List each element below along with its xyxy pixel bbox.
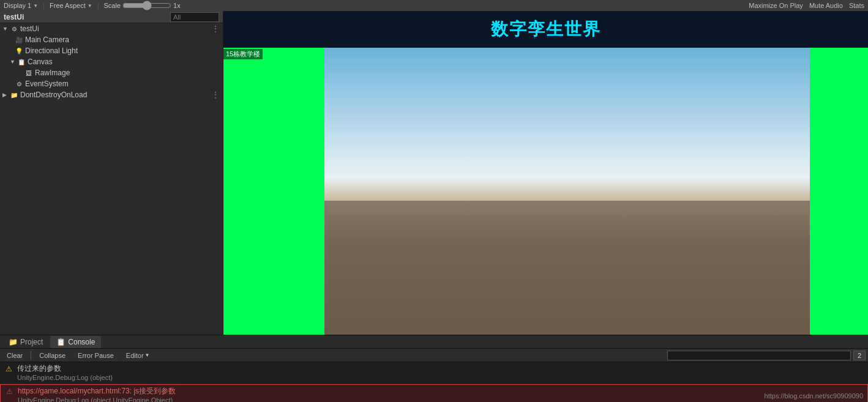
console-tab-icon: 📋 — [56, 338, 65, 346]
main-camera-icon: 🎥 — [15, 35, 23, 44]
log-content-2: https://game.local/mychart.html:73: js接受… — [18, 386, 864, 402]
hierarchy-item-rawimage[interactable]: 🖼 RawImage — [0, 67, 223, 78]
testui-menu-button[interactable]: ⋮ — [212, 24, 223, 33]
log-error-icon-2: ⚠ — [4, 387, 14, 396]
rawimage-icon: 🖼 — [24, 69, 33, 77]
hierarchy-item-eventsystem[interactable]: ⚙ EventSystem — [0, 78, 223, 89]
display-dropdown[interactable]: Display 1 ▼ — [4, 2, 38, 9]
hierarchy-header: testUi — [0, 11, 223, 23]
green-left-panel — [223, 11, 324, 335]
canvas-icon: 📋 — [17, 58, 26, 66]
eventsystem-icon: ⚙ — [15, 80, 23, 88]
dontdestroyonload-label: DontDestroyOnLoad — [20, 91, 87, 99]
tab-console[interactable]: 📋 Console — [50, 336, 101, 348]
toolbar-separator-1 — [31, 351, 31, 360]
game-scene: 数字孪生世界 15栋教学楼 — [223, 11, 868, 335]
console-logs: ⚠ 传过来的参数 UnityEngine.Debug:Log (object) … — [0, 362, 868, 402]
dontdestroyonload-arrow-icon: ▶ — [2, 92, 10, 98]
building-label: 15栋教学楼 — [223, 49, 263, 59]
game-view-controls: Maximize On Play Mute Audio Stats — [749, 2, 864, 9]
log-main-1: 传过来的参数 — [17, 363, 864, 373]
eventsystem-label: EventSystem — [25, 80, 69, 88]
log-content-1: 传过来的参数 UnityEngine.Debug:Log (object) — [17, 363, 864, 382]
tab-project[interactable]: 📁 Project — [2, 336, 49, 348]
directional-light-label: Directional Light — [25, 47, 78, 55]
main-camera-label: Main Camera — [25, 35, 69, 44]
project-tab-label: Project — [20, 338, 43, 346]
blog-url: https://blog.csdn.net/sc90909090 — [765, 392, 863, 400]
log-main-2: https://game.local/mychart.html:73: js接受… — [18, 386, 864, 396]
ground-area — [324, 201, 810, 335]
canvas-label: Canvas — [28, 58, 53, 66]
directional-light-icon: 💡 — [15, 47, 23, 55]
console-tab-label: Console — [68, 338, 95, 346]
editor-dropdown-arrow: ▼ — [145, 352, 150, 358]
display-arrow-icon: ▼ — [33, 3, 38, 9]
hierarchy-search-area — [170, 12, 219, 22]
main-layout: testUi ▼ ⚙ testUi ⋮ 🎥 Main Camera 💡 Dire… — [0, 11, 868, 335]
canvas-arrow-icon: ▼ — [10, 59, 17, 65]
log-sub-2: UnityEngine.Debug:Log (object,UnityEngin… — [18, 396, 864, 402]
stats-button[interactable]: Stats — [849, 2, 864, 9]
hierarchy-item-main-camera[interactable]: 🎥 Main Camera — [0, 34, 223, 45]
mute-audio-button[interactable]: Mute Audio — [809, 2, 843, 9]
sky-area — [324, 48, 810, 201]
rawimage-label: RawImage — [35, 69, 70, 77]
log-sub-1: UnityEngine.Debug:Log (object) — [17, 373, 864, 382]
bottom-area: 📁 Project 📋 Console Clear Collapse Error… — [0, 335, 868, 402]
log-warning-icon-1: ⚠ — [4, 364, 13, 374]
clear-button[interactable]: Clear — [2, 351, 27, 360]
game-title: 数字孪生世界 — [491, 18, 601, 41]
aspect-dropdown[interactable]: Free Aspect ▼ — [50, 2, 92, 9]
testui-icon: ⚙ — [10, 24, 18, 33]
console-search-input[interactable] — [667, 351, 851, 360]
tab-bar: 📁 Project 📋 Console — [0, 335, 868, 349]
top-bar: Display 1 ▼ | Free Aspect ▼ | Scale 1x M… — [0, 0, 868, 11]
hierarchy-item-testui[interactable]: ▼ ⚙ testUi ⋮ — [0, 23, 223, 34]
aspect-arrow-icon: ▼ — [88, 3, 92, 9]
log-entry-1[interactable]: ⚠ 传过来的参数 UnityEngine.Debug:Log (object) — [0, 362, 868, 384]
maximize-on-play-button[interactable]: Maximize On Play — [749, 2, 803, 9]
dontdestroyonload-menu-button[interactable]: ⋮ — [212, 91, 223, 99]
hierarchy-search-input[interactable] — [170, 12, 219, 22]
testui-label: testUi — [20, 24, 39, 33]
log-entry-2[interactable]: ⚠ https://game.local/mychart.html:73: js… — [0, 384, 868, 402]
testui-arrow-icon: ▼ — [2, 26, 10, 32]
dontdestroyonload-icon: 📁 — [10, 91, 18, 99]
game-title-bar: 数字孪生世界 — [223, 11, 868, 48]
console-toolbar: Clear Collapse Error Pause Editor ▼ 2 — [0, 349, 868, 362]
console-search-area: 2 — [667, 351, 866, 360]
hierarchy-title: testUi — [4, 13, 24, 21]
project-tab-icon: 📁 — [9, 338, 18, 346]
collapse-button[interactable]: Collapse — [35, 351, 70, 360]
hierarchy-item-canvas[interactable]: ▼ 📋 Canvas — [0, 56, 223, 67]
scale-slider[interactable] — [122, 1, 171, 10]
editor-dropdown[interactable]: Editor ▼ — [122, 351, 154, 360]
scale-control: Scale 1x — [104, 1, 181, 10]
error-count-badge: 2 — [853, 351, 866, 360]
green-right-panel — [810, 11, 868, 335]
game-view: 数字孪生世界 15栋教学楼 — [223, 11, 868, 335]
hierarchy-panel: testUi ▼ ⚙ testUi ⋮ 🎥 Main Camera 💡 Dire… — [0, 11, 223, 335]
hierarchy-item-directional-light[interactable]: 💡 Directional Light — [0, 45, 223, 56]
hierarchy-item-dontdestroyonload[interactable]: ▶ 📁 DontDestroyOnLoad ⋮ — [0, 89, 223, 100]
error-pause-button[interactable]: Error Pause — [73, 351, 118, 360]
